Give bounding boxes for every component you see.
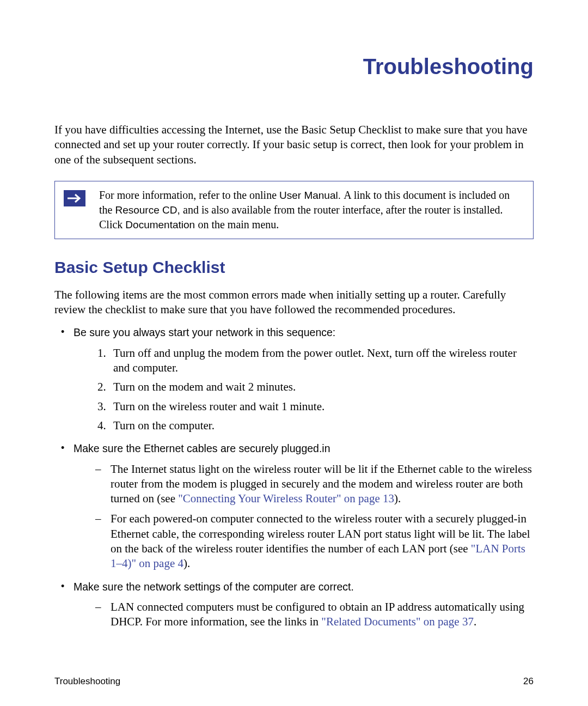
intro-paragraph: If you have difficulties accessing the I… (54, 123, 534, 167)
documentation-label: Documentation (125, 219, 198, 230)
sub-item: For each powered-on computer connected t… (95, 512, 534, 571)
callout-text: For more information, refer to the onlin… (99, 188, 524, 232)
page-title: Troubleshooting (54, 54, 534, 79)
emphasis-must: must (237, 601, 262, 613)
footer-page-number: 26 (523, 676, 534, 687)
section-heading: Basic Setup Checklist (54, 258, 534, 277)
text-segment: LAN connected computers (111, 600, 237, 613)
cross-reference-link[interactable]: "Related Documents" on page 37 (321, 615, 474, 628)
sub-item: LAN connected computers must be configur… (95, 600, 534, 630)
bullet-text: Make sure the network settings of the co… (74, 581, 354, 593)
sub-list: The Internet status light on the wireles… (74, 462, 534, 571)
text-segment: For each powered-on computer connected t… (111, 512, 530, 555)
checklist-item: Make sure the Ethernet cables are secure… (54, 441, 534, 571)
footer-section-name: Troubleshooting (54, 676, 120, 687)
callout-segment: on the main menu. (198, 218, 279, 230)
resource-cd-label: Resource CD, (115, 204, 183, 216)
step-item: Turn on the modem and wait 2 minutes. (109, 380, 534, 394)
sub-item: The Internet status light on the wireles… (95, 462, 534, 507)
page-footer: Troubleshooting 26 (54, 676, 534, 687)
user-manual-label: User Manual. (279, 190, 344, 201)
arrow-right-icon (64, 190, 85, 206)
step-item: Turn off and unplug the modem from the p… (109, 346, 534, 376)
cross-reference-link[interactable]: "Connecting Your Wireless Router" on pag… (178, 492, 394, 505)
sequence-steps: Turn off and unplug the modem from the p… (74, 346, 534, 433)
text-segment: ). (394, 492, 401, 505)
sub-list: LAN connected computers must be configur… (74, 600, 534, 630)
callout-segment: For more information, refer to the onlin… (99, 189, 279, 201)
bullet-text: Be sure you always start your network in… (74, 326, 335, 338)
checklist-item: Make sure the network settings of the co… (54, 580, 534, 630)
text-segment: . (474, 615, 476, 628)
text-segment: ). (183, 557, 190, 570)
step-item: Turn on the wireless router and wait 1 m… (109, 399, 534, 414)
bullet-text: Make sure the Ethernet cables are secure… (74, 442, 330, 454)
checklist-item: Be sure you always start your network in… (54, 325, 534, 433)
document-page: Troubleshooting If you have difficulties… (0, 0, 588, 706)
section-intro: The following items are the most common … (54, 288, 534, 318)
info-callout: For more information, refer to the onlin… (54, 181, 534, 239)
step-item: Turn on the computer. (109, 418, 534, 433)
checklist: Be sure you always start your network in… (54, 325, 534, 629)
